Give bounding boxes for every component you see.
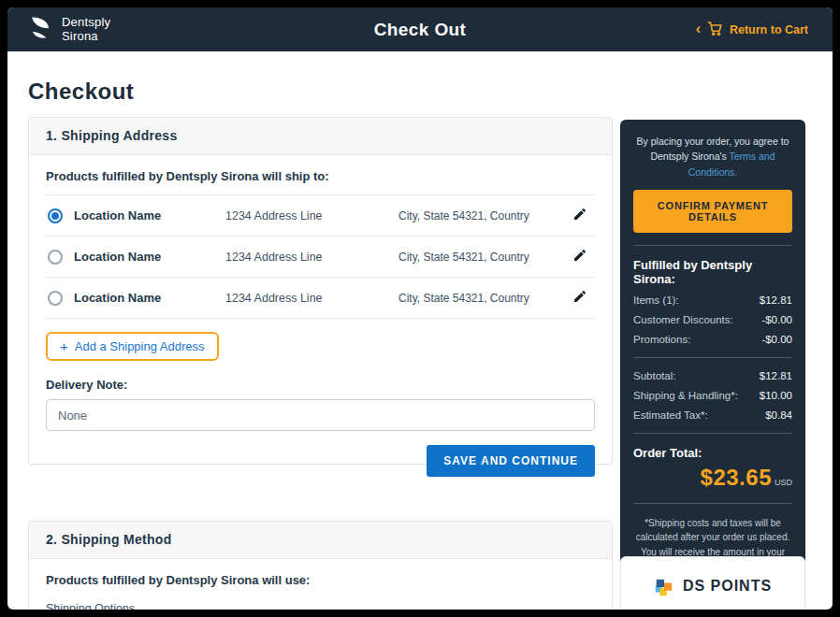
shipping-options-label: Shipping Options (46, 602, 595, 610)
address-list: Location Name 1234 Address Line City, St… (46, 194, 595, 319)
page-title: Checkout (28, 79, 134, 105)
summary-value: $12.81 (760, 294, 792, 306)
address-city: City, State 54321, Country (398, 251, 572, 264)
summary-value: $0.84 (765, 409, 792, 421)
summary-label: Shipping & Handling*: (633, 390, 738, 401)
dentsply-sirona-logo-icon (28, 15, 53, 44)
add-shipping-address-label: Add a Shipping Address (75, 339, 205, 353)
edit-address-button[interactable] (572, 289, 587, 308)
address-city: City, State 54321, Country (398, 209, 572, 222)
brand-name: Dentsply Sirona (62, 16, 110, 43)
order-total-amount: $23.65 (701, 465, 772, 490)
add-shipping-address-button[interactable]: + Add a Shipping Address (46, 332, 219, 361)
checkout-window: Dentsply Sirona Check Out ‹ Return to Ca… (7, 7, 833, 610)
address-row[interactable]: Location Name 1234 Address Line City, St… (46, 194, 595, 236)
address-location-name: Location Name (74, 291, 161, 305)
edit-address-button[interactable] (572, 207, 587, 225)
save-and-continue-button[interactable]: SAVE AND CONTINUE (427, 445, 595, 477)
summary-line: Customer Discounts: -$0.00 (633, 314, 792, 325)
summary-label: Subtotal: (633, 370, 675, 381)
ds-points-logo-icon (654, 578, 674, 602)
summary-label: Estimated Tax*: (633, 409, 708, 421)
divider (633, 433, 792, 434)
order-summary-panel: By placing your order, you agree to Dent… (620, 120, 805, 610)
summary-value: -$0.00 (761, 334, 792, 345)
address-city: City, State 54321, Country (398, 292, 572, 305)
divider (633, 357, 792, 358)
order-total-currency: USD (775, 478, 792, 487)
shipping-method-section: 2. Shipping Method Products fulfilled by… (28, 521, 613, 610)
divider (633, 245, 792, 246)
summary-line: Promotions: -$0.00 (633, 334, 792, 345)
address-location-name: Location Name (74, 250, 161, 264)
top-header: Dentsply Sirona Check Out ‹ Return to Ca… (7, 7, 833, 51)
chevron-left-icon: ‹ (696, 22, 701, 36)
address-radio[interactable] (48, 291, 63, 306)
confirm-payment-details-button[interactable]: CONFIRM PAYMENT DETAILS (633, 190, 792, 233)
ds-points-card: DS POINTS (620, 556, 805, 610)
address-line: 1234 Address Line (225, 209, 398, 222)
address-line: 1234 Address Line (225, 251, 398, 264)
return-to-cart-label: Return to Cart (730, 23, 808, 36)
shipping-method-section-title: 2. Shipping Method (29, 522, 612, 559)
shipping-address-section: 1. Shipping Address Products fulfilled b… (28, 117, 613, 465)
summary-label: Promotions: (633, 334, 690, 345)
address-row[interactable]: Location Name 1234 Address Line City, St… (46, 236, 595, 277)
pencil-icon (572, 289, 587, 308)
summary-value: $10.00 (760, 390, 792, 401)
address-radio-selected[interactable] (48, 208, 63, 223)
summary-line: Items (1): $12.81 (633, 294, 792, 306)
ds-points-label: DS POINTS (683, 578, 772, 595)
delivery-note-label: Delivery Note: (46, 378, 595, 392)
brand-logo[interactable]: Dentsply Sirona (28, 15, 110, 44)
ship-to-intro: Products fulfilled by Dentsply Sirona wi… (46, 169, 595, 183)
shipping-address-section-title: 1. Shipping Address (29, 118, 612, 155)
address-row[interactable]: Location Name 1234 Address Line City, St… (46, 277, 595, 318)
return-to-cart-link[interactable]: ‹ Return to Cart (696, 7, 808, 51)
plus-icon: + (60, 339, 68, 353)
order-total-label: Order Total: (633, 446, 792, 460)
summary-value: -$0.00 (761, 314, 792, 325)
summary-label: Customer Discounts: (633, 314, 733, 325)
summary-label: Items (1): (633, 294, 679, 306)
summary-value: $12.81 (760, 370, 792, 381)
summary-line: Shipping & Handling*: $10.00 (633, 390, 792, 401)
address-line: 1234 Address Line (225, 292, 398, 305)
divider (633, 503, 792, 504)
page-header-title: Check Out (374, 20, 467, 40)
edit-address-button[interactable] (572, 248, 587, 266)
delivery-note-input[interactable] (46, 399, 595, 431)
agreement-text: By placing your order, you agree to Dent… (633, 134, 792, 179)
pencil-icon (572, 248, 587, 266)
pencil-icon (572, 207, 587, 225)
address-radio[interactable] (48, 250, 63, 265)
summary-line: Estimated Tax*: $0.84 (633, 409, 792, 421)
summary-line: Subtotal: $12.81 (633, 370, 792, 381)
shipping-method-intro: Products fulfilled by Dentsply Sirona wi… (46, 573, 595, 587)
fulfilled-by-heading: Fulfilled by Dentsply Sirona: (633, 258, 792, 286)
cart-icon (707, 21, 723, 39)
address-location-name: Location Name (74, 208, 161, 222)
